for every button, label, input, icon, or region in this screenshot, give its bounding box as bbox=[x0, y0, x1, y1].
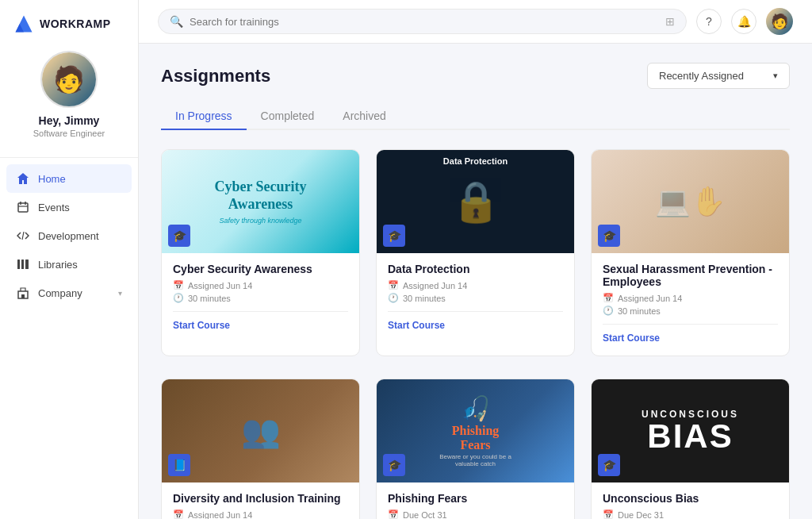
development-icon bbox=[16, 229, 30, 243]
phishing-thumb-sub: Beware or you could be avaluable catch bbox=[439, 453, 511, 467]
course-name-data: Data Protection bbox=[388, 263, 563, 275]
course-badge-cyber: 🎓 bbox=[168, 225, 190, 247]
course-body-diversity: Diversity and Inclusion Training 📅 Assig… bbox=[162, 482, 359, 519]
calendar-icon: 📅 bbox=[603, 293, 614, 303]
sort-dropdown[interactable]: Recently Assigned ▾ bbox=[647, 63, 790, 89]
course-meta-data: 📅 Assigned Jun 14 🕐 30 minutes bbox=[388, 280, 563, 303]
course-grid-row1: Cyber SecurityAwareness Safety through k… bbox=[161, 149, 790, 356]
duration-cyber: 🕐 30 minutes bbox=[173, 293, 348, 303]
start-course-data[interactable]: Start Course bbox=[388, 311, 563, 331]
avatar-image: 🧑 bbox=[42, 52, 96, 106]
sidebar-item-label: Events bbox=[38, 202, 70, 213]
course-meta-sexual: 📅 Assigned Jun 14 🕐 30 minutes bbox=[603, 293, 778, 316]
course-badge-sexual: 🎓 bbox=[598, 225, 620, 247]
course-meta-cyber: 📅 Assigned Jun 14 🕐 30 minutes bbox=[173, 280, 348, 303]
sidebar-item-company[interactable]: Company ▾ bbox=[6, 279, 132, 307]
libraries-icon bbox=[16, 257, 30, 271]
course-card-diversity[interactable]: 👥 📘 Diversity and Inclusion Training 📅 A… bbox=[161, 379, 360, 519]
notifications-button[interactable]: 🔔 bbox=[731, 9, 756, 34]
sidebar-item-home[interactable]: Home bbox=[6, 164, 132, 193]
course-name-bias: Unconscious Bias bbox=[603, 492, 778, 505]
header: 🔍 ⊞ ? 🔔 🧑 bbox=[139, 0, 812, 44]
start-course-sexual[interactable]: Start Course bbox=[603, 324, 778, 344]
course-thumbnail-data: Data Protection 🔒 🎓 bbox=[377, 150, 574, 253]
sidebar-nav: Home Events Development Libraries C bbox=[0, 164, 138, 307]
tab-in-progress[interactable]: In Progress bbox=[161, 103, 247, 130]
sidebar-item-label: Libraries bbox=[38, 259, 78, 271]
user-avatar-header[interactable]: 🧑 bbox=[766, 8, 793, 35]
course-meta-phishing: 📅 Due Oct 31 bbox=[388, 509, 563, 519]
sidebar-item-libraries[interactable]: Libraries bbox=[6, 250, 132, 279]
course-thumbnail-cyber: Cyber SecurityAwareness Safety through k… bbox=[162, 150, 359, 253]
sidebar-item-events[interactable]: Events bbox=[6, 193, 132, 221]
main-area: 🔍 ⊞ ? 🔔 🧑 Assignments Recently Assigned … bbox=[139, 0, 812, 519]
assignments-title: Assignments bbox=[161, 66, 270, 86]
tab-completed[interactable]: Completed bbox=[247, 103, 329, 130]
course-badge-data: 🎓 bbox=[383, 225, 405, 247]
course-card-cyber[interactable]: Cyber SecurityAwareness Safety through k… bbox=[161, 149, 360, 356]
svg-rect-7 bbox=[17, 260, 20, 269]
due-date-phishing: 📅 Due Oct 31 bbox=[388, 509, 563, 519]
search-input[interactable] bbox=[190, 16, 659, 28]
clock-icon: 🕐 bbox=[388, 293, 399, 303]
calendar-icon: 📅 bbox=[388, 280, 399, 290]
due-date-bias: 📅 Due Dec 31 bbox=[603, 509, 778, 519]
course-body-cyber: Cyber Security Awareness 📅 Assigned Jun … bbox=[162, 253, 359, 343]
events-icon bbox=[16, 200, 30, 214]
avatar: 🧑 bbox=[40, 51, 98, 108]
help-button[interactable]: ? bbox=[696, 9, 722, 34]
cyber-thumb-title: Cyber SecurityAwareness bbox=[214, 179, 306, 213]
cyber-thumb-sub: Safety through knowledge bbox=[214, 217, 306, 225]
calendar-icon: 📅 bbox=[388, 509, 399, 519]
course-thumbnail-diversity: 👥 📘 bbox=[162, 379, 359, 482]
course-body-phishing: Phishing Fears 📅 Due Oct 31 Continue Cou… bbox=[377, 482, 574, 519]
data-thumb-label: Data Protection bbox=[443, 156, 508, 166]
assignments-header: Assignments Recently Assigned ▾ bbox=[161, 63, 790, 89]
course-meta-bias: 📅 Due Dec 31 bbox=[603, 509, 778, 519]
header-icons: ? 🔔 🧑 bbox=[696, 8, 793, 35]
company-icon bbox=[16, 286, 30, 300]
course-body-bias: Unconscious Bias 📅 Due Dec 31 Continue C… bbox=[592, 482, 789, 519]
course-card-data[interactable]: Data Protection 🔒 🎓 Data Protection 📅 As… bbox=[376, 149, 575, 356]
course-name-diversity: Diversity and Inclusion Training bbox=[173, 492, 348, 505]
course-card-bias[interactable]: UNCONSCIOUS BIAS 🎓 Unconscious Bias 📅 Du… bbox=[591, 379, 790, 519]
company-row: Company ▾ bbox=[38, 287, 122, 299]
svg-rect-2 bbox=[18, 203, 28, 212]
course-card-sexual[interactable]: 💻✋ 🎓 Sexual Harassment Prevention - Empl… bbox=[591, 149, 790, 356]
svg-rect-11 bbox=[21, 294, 25, 298]
logo[interactable]: WORKRAMP bbox=[0, 13, 124, 51]
chevron-down-icon: ▾ bbox=[118, 289, 122, 298]
tab-archived[interactable]: Archived bbox=[328, 103, 400, 130]
sidebar-item-development[interactable]: Development bbox=[6, 221, 132, 250]
search-icon: 🔍 bbox=[170, 15, 183, 28]
logo-text: WORKRAMP bbox=[40, 17, 111, 30]
bias-thumb-main: BIAS bbox=[647, 420, 733, 453]
duration-sexual: 🕐 30 minutes bbox=[603, 306, 778, 316]
chevron-down-icon: ▾ bbox=[773, 71, 778, 81]
course-body-data: Data Protection 📅 Assigned Jun 14 🕐 30 m… bbox=[377, 253, 574, 343]
sort-label: Recently Assigned bbox=[659, 70, 744, 82]
filter-icon[interactable]: ⊞ bbox=[665, 15, 675, 28]
course-name-sexual: Sexual Harassment Prevention - Employees bbox=[603, 263, 778, 288]
svg-rect-8 bbox=[21, 260, 24, 269]
start-course-cyber[interactable]: Start Course bbox=[173, 311, 348, 331]
clock-icon: 🕐 bbox=[603, 306, 614, 316]
assigned-date-cyber: 📅 Assigned Jun 14 bbox=[173, 280, 348, 290]
phishing-thumb-title: PhishingFears bbox=[452, 424, 500, 452]
course-name-cyber: Cyber Security Awareness bbox=[173, 263, 348, 275]
course-name-phishing: Phishing Fears bbox=[388, 492, 563, 505]
course-grid-row2: 👥 📘 Diversity and Inclusion Training 📅 A… bbox=[161, 379, 790, 519]
calendar-icon: 📅 bbox=[173, 280, 184, 290]
course-thumbnail-sexual: 💻✋ 🎓 bbox=[592, 150, 789, 253]
course-card-phishing[interactable]: 🎣 PhishingFears Beware or you could be a… bbox=[376, 379, 575, 519]
course-badge-bias: 🎓 bbox=[598, 454, 620, 476]
duration-data: 🕐 30 minutes bbox=[388, 293, 563, 303]
course-thumbnail-phishing: 🎣 PhishingFears Beware or you could be a… bbox=[377, 379, 574, 482]
sidebar-divider bbox=[0, 157, 138, 158]
course-body-sexual: Sexual Harassment Prevention - Employees… bbox=[592, 253, 789, 356]
user-greeting: Hey, Jimmy bbox=[39, 114, 100, 127]
course-badge-diversity: 📘 bbox=[168, 454, 190, 476]
search-bar[interactable]: 🔍 ⊞ bbox=[158, 9, 687, 34]
sidebar-item-label: Development bbox=[38, 230, 99, 242]
sidebar-item-label: Company bbox=[38, 287, 82, 299]
